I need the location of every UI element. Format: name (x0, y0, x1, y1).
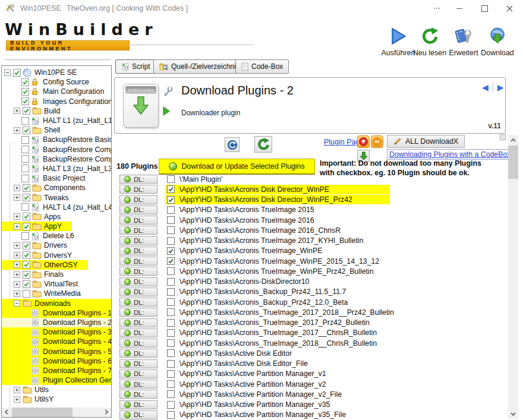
tree-item-delete-l6[interactable]: Delete L6 (2, 231, 111, 241)
dl-button[interactable]: DL: (119, 277, 157, 286)
tree-item-download-plugins-5[interactable]: Download Plugins - 5 (2, 346, 111, 356)
expand-icon[interactable] (14, 213, 20, 220)
maximize-button[interactable] (474, 0, 494, 17)
tree-item-finals[interactable]: Finals (2, 270, 111, 279)
dl-button[interactable]: DL: (119, 226, 157, 235)
collapse-icon[interactable] (14, 300, 20, 307)
tree-item-images-configuration[interactable]: Images Configuration (2, 97, 111, 106)
minimize-button[interactable] (449, 0, 470, 17)
scroll-right-icon[interactable] (102, 409, 111, 416)
all-downloadx-button[interactable]: ALL DownloadX (387, 135, 465, 148)
dl-button[interactable]: DL: (119, 175, 157, 184)
advanced-button[interactable]: Erweitert (446, 25, 481, 57)
tree-item-download-plugins-2[interactable]: Download Plugins - 2 (2, 318, 111, 327)
dl-button[interactable]: DL: (119, 247, 157, 255)
tree-checkbox[interactable] (23, 242, 30, 250)
tree-item-plugin-collection-gene[interactable]: Plugin Collection Gene (2, 375, 111, 385)
tree-item-backuprestore-compo[interactable]: BackupRestore Compo (2, 154, 111, 164)
tree-item-win10pe-se[interactable]: Win10PE SE (2, 68, 111, 77)
tree-checkbox[interactable] (21, 97, 29, 105)
tree-item-utils[interactable]: Utils (2, 385, 111, 394)
plugin-checkbox[interactable] (167, 339, 175, 347)
horizontal-scrollbar[interactable] (2, 408, 111, 417)
tree-item-virtualtest[interactable]: VirtualTest (2, 279, 111, 289)
tree-checkbox[interactable] (23, 251, 30, 259)
tree-item-halt-l1-zu-halt-l1[interactable]: HALT L1 (zu_Halt_L1) (2, 116, 111, 125)
expand-icon[interactable] (14, 242, 20, 249)
tree-checkbox[interactable] (23, 107, 30, 115)
download-selected-button[interactable]: Download or Update Selected Plugins (159, 159, 315, 175)
tree-item-writemedia[interactable]: WriteMedia (2, 289, 111, 298)
plugin-checkbox[interactable] (167, 360, 175, 368)
tree-item-halt-l3-zu-halt-l3[interactable]: HALT L3 (zu_Halt_L3) (2, 164, 111, 173)
tree-item-apps[interactable]: Apps (2, 212, 111, 222)
dl-button[interactable]: DL: (119, 380, 157, 389)
dl-button[interactable]: DL: (119, 288, 157, 296)
plugin-checkbox[interactable] (167, 288, 175, 296)
scroll-up-icon[interactable] (508, 135, 518, 145)
tree-checkbox[interactable] (23, 184, 30, 192)
dl-button[interactable]: DL: (119, 308, 157, 317)
tree-item-backuprestore-basic[interactable]: BackupRestore Basic (2, 135, 111, 144)
expand-icon[interactable] (14, 252, 20, 258)
plugin-checkbox[interactable] (167, 175, 175, 183)
tab-code-box[interactable]: Code-Box (235, 59, 289, 74)
close-button[interactable] (499, 0, 519, 17)
expand-icon[interactable] (14, 108, 20, 114)
tree-item-main-configuration[interactable]: Main Configuration (2, 87, 111, 96)
plugin-checkbox[interactable] (167, 216, 175, 224)
dl-button[interactable]: DL: (119, 349, 157, 358)
plugin-checkbox[interactable] (167, 370, 175, 378)
tree-item-appy[interactable]: AppY (2, 222, 111, 231)
dl-button[interactable]: DL: (119, 185, 157, 194)
tree-checkbox[interactable] (13, 69, 21, 77)
dl-button[interactable]: DL: (119, 329, 157, 337)
tree-checkbox[interactable] (23, 127, 30, 134)
swap-button[interactable] (371, 135, 383, 148)
tree-checkbox[interactable] (23, 280, 30, 288)
plugin-checkbox[interactable] (167, 226, 175, 234)
tree-checkbox[interactable] (23, 290, 30, 298)
dl-button[interactable]: DL: (119, 318, 157, 327)
tree-item-halt-l4-zu-halt-l4[interactable]: HALT L4 (zu_Halt_L4) (2, 203, 111, 212)
tree-item-download-plugins-7[interactable]: Download Plugins - 7 (2, 366, 111, 375)
tree-item-shell[interactable]: Shell (2, 125, 111, 135)
tree-item-backuprestore-compo[interactable]: BackupRestore Compo (2, 145, 111, 154)
expand-icon[interactable] (14, 127, 20, 134)
collapse-icon[interactable] (4, 70, 11, 76)
tree-item-downloads[interactable]: Downloads (2, 299, 111, 308)
expand-icon[interactable] (14, 281, 20, 288)
tree-checkbox[interactable] (21, 146, 29, 153)
plugin-checkbox[interactable] (167, 257, 175, 265)
plugin-checkbox[interactable] (167, 206, 175, 214)
vertical-scrollbar[interactable] (508, 135, 518, 419)
expand-icon[interactable] (14, 223, 20, 230)
tree-item-tweaks[interactable]: Tweaks (2, 192, 111, 202)
dl-button[interactable]: DL: (119, 339, 157, 348)
expand-icon[interactable] (14, 194, 20, 201)
tree-checkbox[interactable] (23, 223, 30, 230)
scrollbar-thumb[interactable] (12, 408, 73, 417)
refresh-small-button[interactable] (225, 137, 240, 152)
expand-icon[interactable] (14, 261, 20, 268)
plugin-checkbox[interactable] (167, 329, 175, 337)
dl-button[interactable]: DL: (119, 257, 157, 266)
tree-checkbox[interactable] (21, 155, 29, 163)
dl-button[interactable]: DL: (119, 206, 157, 214)
tree-item-utilsy[interactable]: UtilsY (2, 394, 111, 404)
plugin-checkbox[interactable] (167, 278, 175, 286)
plugin-checkbox[interactable] (167, 401, 175, 409)
reload-button[interactable]: Neu lesen (412, 25, 447, 57)
download-button[interactable]: Download (480, 25, 515, 57)
scroll-down-icon[interactable] (508, 409, 518, 419)
tree-checkbox[interactable] (21, 78, 29, 86)
run-button[interactable]: Ausführen (381, 25, 415, 57)
dl-button[interactable]: DL: (119, 370, 157, 378)
plugin-checkbox[interactable] (167, 390, 175, 398)
plugin-checkbox[interactable] (167, 267, 175, 275)
plugin-checkbox[interactable] (167, 411, 175, 419)
tab-script[interactable]: Script (115, 59, 156, 74)
dl-button[interactable]: DL: (119, 216, 157, 225)
plugin-checkbox[interactable] (167, 380, 175, 388)
plugin-checkbox[interactable] (167, 298, 175, 306)
